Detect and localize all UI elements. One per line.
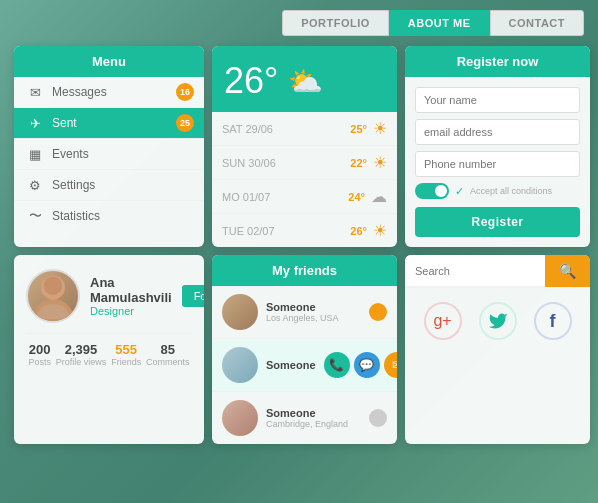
search-button[interactable]: 🔍 — [545, 255, 590, 287]
menu-label-messages: Messages — [52, 85, 107, 99]
svg-point-2 — [44, 276, 63, 295]
friend-info-1: Someone — [266, 359, 316, 371]
menu-list: ✉ Messages 16 ✈ Sent 25 ▦ Events ⚙ Setti… — [14, 77, 204, 231]
friend-avatar-0 — [222, 294, 258, 330]
social-icons-row: g+ f — [405, 287, 590, 354]
search-row: 🔍 — [405, 255, 590, 287]
weather-icon-sun-1: ☀ — [373, 153, 387, 172]
events-icon: ▦ — [26, 147, 44, 161]
friend-row-2: Someone Cambridge, England — [212, 392, 397, 444]
menu-item-events[interactable]: ▦ Events — [14, 139, 204, 170]
google-plus-icon[interactable]: g+ — [424, 302, 462, 340]
friend-row-0: Someone Los Angeles, USA — [212, 286, 397, 339]
stat-friends: 555 Friends — [111, 342, 141, 367]
check-icon: ✓ — [455, 185, 464, 198]
stat-views-num: 2,395 — [56, 342, 107, 357]
stat-friends-num: 555 — [111, 342, 141, 357]
main-grid: Menu ✉ Messages 16 ✈ Sent 25 ▦ Events ⚙ — [14, 46, 584, 247]
search-input[interactable] — [405, 255, 545, 287]
profile-stats: 200 Posts 2,395 Profile views 555 Friend… — [26, 333, 192, 367]
profile-card: Ana Mamulashvili Designer Follow 200 Pos… — [14, 255, 204, 444]
statistics-icon: 〜 — [26, 209, 44, 223]
sent-badge: 25 — [176, 114, 194, 132]
weather-row-3: TUE 02/07 26° ☀ — [212, 214, 397, 247]
weather-main: 26° ⛅ — [212, 46, 397, 112]
friend-avatar-1 — [222, 347, 258, 383]
profile-top: Ana Mamulashvili Designer Follow — [26, 269, 192, 323]
stat-posts: 200 Posts — [28, 342, 51, 367]
weather-list: SAT 29/06 25° ☀ SUN 30/06 22° ☀ MO 01/07… — [212, 112, 397, 247]
stat-views-label: Profile views — [56, 357, 107, 367]
weather-row-1: SUN 30/06 22° ☀ — [212, 146, 397, 180]
friend-loc-0: Los Angeles, USA — [266, 313, 361, 323]
profile-name: Ana Mamulashvili — [90, 275, 172, 305]
stat-friends-label: Friends — [111, 357, 141, 367]
register-header: Register now — [405, 46, 590, 77]
menu-label-sent: Sent — [52, 116, 77, 130]
phone-input[interactable] — [415, 151, 580, 177]
friends-header: My friends — [212, 255, 397, 286]
friend-loc-2: Cambridge, England — [266, 419, 361, 429]
weather-day-3: TUE 02/07 — [222, 225, 277, 237]
friend-name-0: Someone — [266, 301, 361, 313]
nav-about-me[interactable]: ABOUT ME — [389, 10, 490, 36]
menu-item-statistics[interactable]: 〜 Statistics — [14, 201, 204, 231]
avatar — [26, 269, 80, 323]
weather-day-1: SUN 30/06 — [222, 157, 277, 169]
name-input[interactable] — [415, 87, 580, 113]
friend-row-1: Someone 📞 💬 ✉ — [212, 339, 397, 392]
friend-actions-1: 📞 💬 ✉ — [324, 352, 397, 378]
profile-follow-wrap: Follow — [182, 285, 204, 307]
menu-label-events: Events — [52, 147, 89, 161]
accept-text: Accept all conditions — [470, 186, 552, 196]
weather-temp-2: 24° — [348, 191, 365, 203]
friends-card: My friends Someone Los Angeles, USA Some… — [212, 255, 397, 444]
message-button[interactable]: 💬 — [354, 352, 380, 378]
friend-info-2: Someone Cambridge, England — [266, 407, 361, 429]
friend-badge-2 — [369, 409, 387, 427]
stat-views: 2,395 Profile views — [56, 342, 107, 367]
stat-posts-num: 200 — [28, 342, 51, 357]
profile-title: Designer — [90, 305, 172, 317]
messages-badge: 16 — [176, 83, 194, 101]
toggle-row: ✓ Accept all conditions — [415, 183, 580, 199]
facebook-icon[interactable]: f — [534, 302, 572, 340]
weather-icon-sun-3: ☀ — [373, 221, 387, 240]
nav-contact[interactable]: CONTACT — [490, 10, 584, 36]
accept-toggle[interactable] — [415, 183, 449, 199]
friend-name-2: Someone — [266, 407, 361, 419]
weather-icon-big: ⛅ — [288, 65, 323, 98]
register-button[interactable]: Register — [415, 207, 580, 237]
weather-icon-sun-0: ☀ — [373, 119, 387, 138]
twitter-icon[interactable] — [479, 302, 517, 340]
weather-icon-cloud-2: ☁ — [371, 187, 387, 206]
menu-label-settings: Settings — [52, 178, 95, 192]
weather-day-2: MO 01/07 — [222, 191, 277, 203]
menu-item-messages[interactable]: ✉ Messages 16 — [14, 77, 204, 108]
weather-temp-1: 22° — [350, 157, 367, 169]
weather-row-0: SAT 29/06 25° ☀ — [212, 112, 397, 146]
register-form: ✓ Accept all conditions Register — [405, 77, 590, 247]
email-input[interactable] — [415, 119, 580, 145]
menu-item-settings[interactable]: ⚙ Settings — [14, 170, 204, 201]
menu-item-sent[interactable]: ✈ Sent 25 — [14, 108, 204, 139]
weather-temp-big: 26° — [224, 60, 278, 102]
call-button[interactable]: 📞 — [324, 352, 350, 378]
profile-info: Ana Mamulashvili Designer — [90, 275, 172, 317]
stat-comments: 85 Comments — [146, 342, 190, 367]
weather-day-0: SAT 29/06 — [222, 123, 277, 135]
friend-avatar-2 — [222, 400, 258, 436]
menu-card: Menu ✉ Messages 16 ✈ Sent 25 ▦ Events ⚙ — [14, 46, 204, 247]
weather-temp-3: 26° — [350, 225, 367, 237]
email-button[interactable]: ✉ — [384, 352, 397, 378]
stat-comments-num: 85 — [146, 342, 190, 357]
envelope-icon: ✉ — [26, 85, 44, 99]
toggle-track[interactable] — [415, 183, 449, 199]
nav-portfolio[interactable]: PORTFOLIO — [282, 10, 389, 36]
register-card: Register now ✓ Accept all conditions Reg… — [405, 46, 590, 247]
menu-label-statistics: Statistics — [52, 209, 100, 223]
avatar-svg — [28, 269, 78, 321]
friend-badge-0 — [369, 303, 387, 321]
weather-temp-0: 25° — [350, 123, 367, 135]
follow-button[interactable]: Follow — [182, 285, 204, 307]
